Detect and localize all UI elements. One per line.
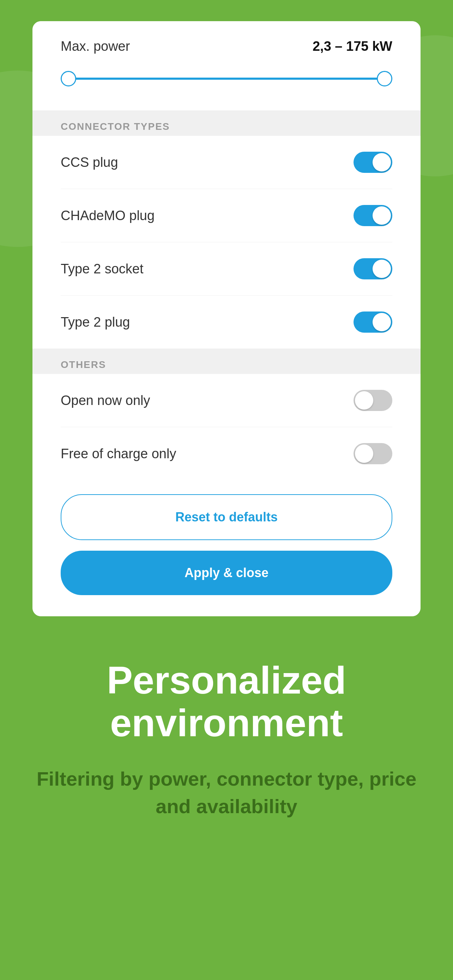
others-title: OTHERS xyxy=(61,359,106,370)
connector-types-divider: CONNECTOR TYPES xyxy=(32,110,421,136)
ccs-plug-label: CCS plug xyxy=(61,155,118,170)
chademo-plug-label: CHAdeMO plug xyxy=(61,208,154,223)
ccs-plug-track xyxy=(353,152,392,173)
type2-plug-toggle[interactable] xyxy=(353,312,392,332)
apply-close-button[interactable]: Apply & close xyxy=(61,550,392,595)
free-charge-track xyxy=(353,443,392,464)
free-charge-label: Free of charge only xyxy=(61,446,176,461)
power-value: 2,3 – 175 kW xyxy=(313,39,392,54)
slider-track xyxy=(61,78,392,80)
type2-plug-label: Type 2 plug xyxy=(61,315,130,330)
type2-plug-track xyxy=(353,312,392,332)
ccs-plug-knob xyxy=(373,153,391,172)
type2-socket-label: Type 2 socket xyxy=(61,261,143,277)
type2-plug-row: Type 2 plug xyxy=(61,296,392,348)
open-now-toggle[interactable] xyxy=(353,390,392,411)
open-now-knob xyxy=(355,391,373,410)
open-now-label: Open now only xyxy=(61,393,150,408)
type2-socket-track xyxy=(353,258,392,279)
open-now-row: Open now only xyxy=(61,374,392,427)
connector-types-section: CCS plug CHAdeMO plug Type 2 socket xyxy=(32,136,421,348)
open-now-track xyxy=(353,390,392,411)
power-slider[interactable] xyxy=(61,68,392,89)
power-label: Max. power xyxy=(61,39,130,54)
bottom-section: Personalized environment Filtering by po… xyxy=(0,616,453,849)
ccs-plug-toggle[interactable] xyxy=(353,152,392,173)
free-charge-knob xyxy=(355,444,373,463)
free-charge-toggle[interactable] xyxy=(353,443,392,464)
buttons-section: Reset to defaults Apply & close xyxy=(32,480,421,616)
chademo-plug-row: CHAdeMO plug xyxy=(61,189,392,242)
power-section: Max. power 2,3 – 175 kW xyxy=(32,21,421,110)
reset-button[interactable]: Reset to defaults xyxy=(61,494,392,540)
power-header: Max. power 2,3 – 175 kW xyxy=(61,39,392,54)
slider-thumb-left[interactable] xyxy=(61,71,76,86)
type2-socket-knob xyxy=(373,259,391,278)
ccs-plug-row: CCS plug xyxy=(61,136,392,189)
chademo-plug-knob xyxy=(373,206,391,225)
chademo-plug-track xyxy=(353,205,392,226)
others-divider: OTHERS xyxy=(32,348,421,374)
chademo-plug-toggle[interactable] xyxy=(353,205,392,226)
type2-socket-toggle[interactable] xyxy=(353,258,392,279)
bottom-title: Personalized environment xyxy=(35,659,418,744)
filter-card: Max. power 2,3 – 175 kW CONNECTOR TYPES … xyxy=(32,21,421,616)
others-section: Open now only Free of charge only xyxy=(32,374,421,480)
type2-plug-knob xyxy=(373,313,391,331)
free-charge-row: Free of charge only xyxy=(61,427,392,480)
slider-thumb-right[interactable] xyxy=(377,71,392,86)
connector-types-title: CONNECTOR TYPES xyxy=(61,121,170,132)
type2-socket-row: Type 2 socket xyxy=(61,242,392,296)
bottom-subtitle: Filtering by power, connector type, pric… xyxy=(35,765,418,821)
